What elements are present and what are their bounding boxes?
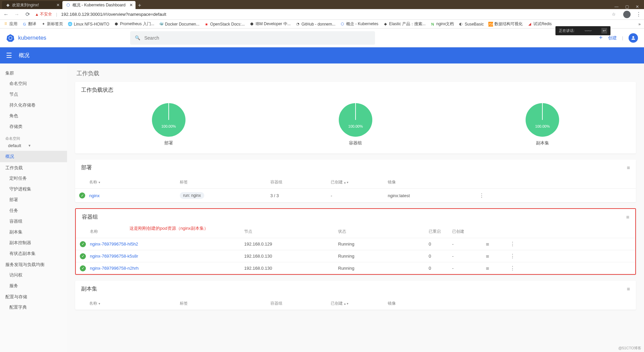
- kubernetes-logo[interactable]: kubernetes: [6, 34, 46, 42]
- col-pods[interactable]: 容器组: [270, 301, 331, 306]
- sidebar-item-statefulsets[interactable]: 有状态副本集: [0, 248, 67, 259]
- section-title: 工作负载: [75, 70, 636, 77]
- bookmark-github[interactable]: ◔GitHub - donnem...: [296, 22, 335, 27]
- pod-link[interactable]: nginx-7697996758-hl5h2: [90, 241, 244, 247]
- sidebar-item-ingresses[interactable]: 访问权: [0, 270, 67, 280]
- sidebar-item-rc[interactable]: 副本控制器: [0, 237, 67, 248]
- row-menu-icon[interactable]: ⋮: [506, 265, 519, 271]
- close-icon[interactable]: ✕: [56, 3, 60, 7]
- col-status[interactable]: 状态: [338, 229, 429, 234]
- donut-chart: 100.00%: [339, 103, 372, 137]
- chart-pods: 100.00% 容器组: [339, 103, 372, 146]
- sidebar-item-storageclasses[interactable]: 存储类: [0, 121, 67, 132]
- sidebar-item-replicasets[interactable]: 副本集: [0, 227, 67, 237]
- forward-icon[interactable]: →: [13, 11, 20, 17]
- browser-tab-dashboard[interactable]: ⬡ 概况 - Kubernetes Dashboard ✕: [62, 1, 136, 9]
- bookmark-translate[interactable]: G翻译: [22, 21, 36, 27]
- col-created[interactable]: 已创建: [452, 229, 486, 234]
- reply-icon[interactable]: ↩: [601, 28, 607, 34]
- namespace-label: 命名空间: [0, 132, 67, 142]
- filter-icon[interactable]: ≡: [627, 165, 630, 171]
- logs-icon[interactable]: ≣: [486, 266, 506, 271]
- url-bar[interactable]: 192.168.0.129:30001/#!/overview?namespac…: [61, 12, 166, 17]
- bookmark-datastructure[interactable]: USF数据结构可视化: [488, 21, 523, 27]
- col-labels[interactable]: 标签: [180, 179, 270, 185]
- bookmark-newtab[interactable]: ✦新标签页: [41, 21, 63, 27]
- user-avatar[interactable]: [629, 33, 638, 43]
- sidebar-item-jobs[interactable]: 任务: [0, 205, 67, 216]
- filter-icon[interactable]: ≡: [627, 286, 630, 292]
- sidebar-item-overview[interactable]: 概况: [0, 151, 67, 162]
- row-menu-icon[interactable]: ⋮: [506, 253, 519, 259]
- bookmark-ibm[interactable]: ⬢IBM Developer 中...: [250, 21, 291, 27]
- sidebar-item-namespaces[interactable]: 命名空间: [0, 78, 67, 89]
- close-icon[interactable]: ✕: [636, 4, 639, 9]
- sidebar-item-services[interactable]: 服务: [0, 280, 67, 291]
- sidebar-item-deployments[interactable]: 部署: [0, 194, 67, 205]
- sidebar-item-roles[interactable]: 角色: [0, 111, 67, 121]
- sidebar-item-cronjobs[interactable]: 定时任务: [0, 173, 67, 184]
- bookmark-star-icon[interactable]: ☆: [612, 12, 616, 17]
- created: -: [452, 254, 486, 259]
- suse-icon: ◐: [459, 22, 463, 27]
- bookmark-prometheus[interactable]: ⬢Prometheus 入门...: [114, 21, 154, 27]
- maximize-icon[interactable]: ▢: [625, 4, 629, 9]
- globe-icon: 🌐: [68, 22, 72, 27]
- col-name[interactable]: 名称: [89, 179, 180, 185]
- bookmarks-overflow[interactable]: »: [638, 22, 641, 27]
- logs-icon[interactable]: ≣: [486, 241, 506, 247]
- close-icon[interactable]: ✕: [129, 3, 133, 7]
- security-warning[interactable]: ▲ 不安全: [35, 11, 52, 17]
- bookmark-openstack[interactable]: ■OpenStack Docs:...: [204, 22, 245, 27]
- bookmark-nginx-docs[interactable]: Nnginx文档: [430, 21, 454, 27]
- profile-avatar[interactable]: [623, 11, 631, 18]
- search-box[interactable]: 🔍: [130, 31, 375, 45]
- logs-icon[interactable]: ≣: [486, 254, 506, 259]
- col-pods[interactable]: 容器组: [270, 179, 331, 185]
- col-images[interactable]: 镜像: [388, 179, 475, 185]
- browser-menu-icon[interactable]: ⋮: [636, 11, 641, 17]
- sidebar-item-pv[interactable]: 持久化存储卷: [0, 100, 67, 111]
- col-name[interactable]: 名称: [89, 301, 180, 306]
- namespace-select[interactable]: default ▼: [0, 142, 67, 151]
- deployment-link[interactable]: nginx: [89, 193, 180, 198]
- bookmark-linux-nfs[interactable]: 🌐Linux NFS-HOWTO: [68, 22, 109, 27]
- col-created[interactable]: 已创建: [331, 179, 388, 185]
- bookmark-redis[interactable]: ◢试试Redis: [527, 21, 552, 27]
- sidebar-item-pods[interactable]: 容器组: [0, 216, 67, 227]
- filter-icon[interactable]: ≡: [626, 214, 629, 220]
- minimize-icon[interactable]: —: [614, 4, 619, 9]
- browser-tab-nginx[interactable]: ◆ 欢迎来到nginx! ✕: [2, 1, 62, 9]
- bookmark-elastic[interactable]: ◆Elastic 产品：搜索...: [383, 21, 426, 27]
- bookmark-k8s-concepts[interactable]: ⬡概念 - Kubernetes: [340, 21, 378, 27]
- table-row: ✓ nginx-7697996758-n2hrh 192.168.0.130 R…: [76, 262, 635, 274]
- pod-link[interactable]: nginx-7697996758-n2hrh: [90, 266, 244, 271]
- elastic-icon: ◆: [383, 22, 388, 27]
- col-node[interactable]: 节点: [244, 229, 338, 234]
- pod-link[interactable]: nginx-7697996758-k5s8r: [90, 254, 244, 259]
- sidebar-item-configmaps[interactable]: 配置字典: [0, 302, 67, 313]
- sidebar-item-nodes[interactable]: 节点: [0, 89, 67, 100]
- bookmark-suse[interactable]: ◐SuseBasic: [459, 22, 484, 27]
- bookmark-apps[interactable]: ⠿应用: [3, 21, 17, 27]
- search-input[interactable]: [144, 35, 370, 41]
- col-restarts[interactable]: 已重启: [429, 229, 452, 234]
- pod-status: Running: [338, 254, 429, 259]
- row-menu-icon[interactable]: ⋮: [506, 241, 519, 247]
- col-images[interactable]: 镜像: [388, 301, 475, 306]
- new-tab-button[interactable]: +: [136, 2, 144, 9]
- workload-status-card: 工作负载状态 100.00% 部署 100.00% 容器组 100.00% 副本…: [75, 82, 636, 153]
- row-menu-icon[interactable]: ⋮: [475, 192, 488, 199]
- col-created[interactable]: 已创建: [331, 301, 388, 306]
- hamburger-icon[interactable]: ☰: [6, 51, 12, 59]
- image-name: nginx:latest: [388, 193, 475, 198]
- col-labels[interactable]: 标签: [180, 301, 270, 306]
- create-button[interactable]: 创建: [608, 35, 617, 41]
- node-ip: 192.168.0.129: [244, 241, 338, 247]
- back-icon[interactable]: ←: [3, 11, 9, 17]
- reload-icon[interactable]: ⟳: [24, 11, 31, 17]
- sidebar-item-daemonsets[interactable]: 守护进程集: [0, 184, 67, 194]
- speaking-indicator: 正在讲话: 〰〰 ↩: [555, 26, 610, 35]
- bookmark-docker[interactable]: 🐳Docker Documen...: [159, 22, 200, 27]
- create-plus-icon[interactable]: +: [599, 34, 603, 41]
